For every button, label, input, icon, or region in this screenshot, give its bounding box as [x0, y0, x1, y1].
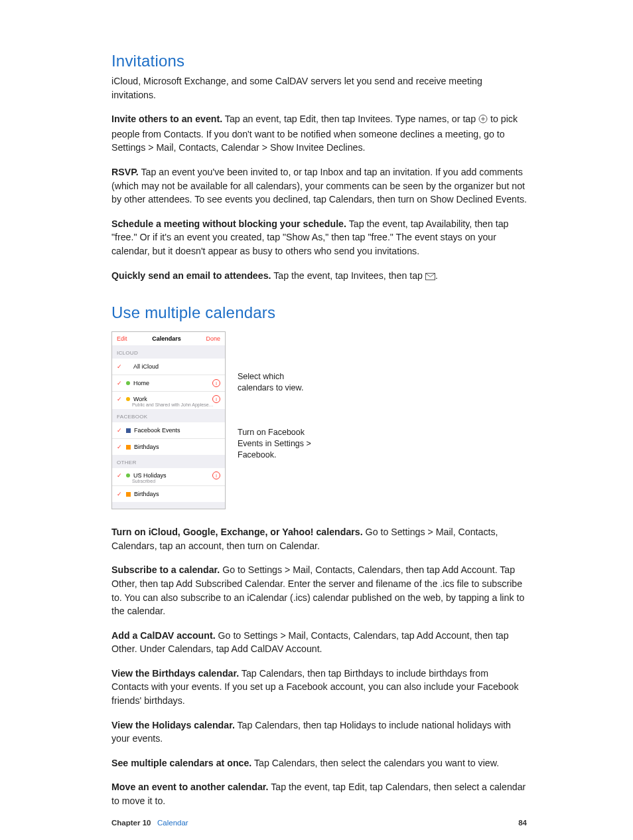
info-icon[interactable]: i [212, 379, 220, 387]
paragraph-multiple: See multiple calendars at once. Tap Cale… [111, 756, 527, 770]
check-icon: ✓ [117, 491, 122, 497]
calendar-row-work[interactable]: ✓ Work i Public and Shared with John App… [112, 391, 225, 409]
bold-rsvp: RSVP. [111, 167, 139, 177]
calendar-label: Home [133, 380, 149, 386]
intro-text: iCloud, Microsoft Exchange, and some Cal… [111, 74, 527, 102]
screen-title: Calendars [152, 335, 181, 342]
bold-birthdays: View the Birthdays calendar. [111, 668, 239, 679]
heading-multiple-calendars: Use multiple calendars [111, 303, 527, 322]
calendar-row-all-icloud[interactable]: ✓ All iCloud [112, 359, 225, 375]
text-multiple: Tap Calendars, then select the calendars… [251, 758, 499, 768]
calendar-label: Birthdays [134, 444, 159, 450]
calendar-subtitle: Public and Shared with John Applese… [132, 402, 220, 407]
group-icloud: ICLOUD [112, 345, 225, 359]
chapter-title: Calendar [157, 819, 188, 827]
check-icon: ✓ [117, 427, 122, 434]
paragraph-move: Move an event to another calendar. Tap t… [111, 780, 527, 807]
color-dot-icon [126, 397, 130, 401]
bold-move: Move an event to another calendar. [111, 782, 269, 792]
screenshot-figure: Edit Calendars Done ICLOUD ✓ All iCloud … [111, 331, 527, 509]
done-button[interactable]: Done [206, 335, 220, 342]
color-dot-icon [126, 473, 130, 477]
page-footer: Chapter 10 Calendar 84 [111, 819, 527, 827]
plus-circle-icon [478, 114, 488, 127]
paragraph-caldav: Add a CalDAV account. Go to Settings > M… [111, 629, 527, 656]
bold-email: Quickly send an email to attendees. [111, 270, 271, 281]
check-icon: ✓ [117, 363, 122, 370]
paragraph-email: Quickly send an email to attendees. Tap … [111, 269, 527, 284]
envelope-icon [425, 270, 435, 284]
edit-button[interactable]: Edit [117, 335, 127, 342]
calendar-label: US Holidays [133, 472, 167, 479]
calendar-row-birthdays[interactable]: ✓ Birthdays [112, 438, 225, 455]
bold-schedule: Schedule a meeting without blocking your… [111, 218, 346, 229]
birthday-icon [126, 445, 131, 450]
calendar-label: Work [133, 396, 147, 402]
calendar-subtitle: Subscribed [132, 479, 220, 483]
paragraph-turn-on: Turn on iCloud, Google, Exchange, or Yah… [111, 525, 527, 552]
paragraph-rsvp: RSVP. Tap an event you've been invited t… [111, 165, 527, 207]
text-invite-pre: Tap an event, tap Edit, then tap Invitee… [222, 114, 478, 124]
paragraph-subscribe: Subscribe to a calendar. Go to Settings … [111, 563, 527, 618]
calendar-row-us-holidays[interactable]: ✓ US Holidays i Subscribed [112, 468, 225, 485]
bold-turn-on: Turn on iCloud, Google, Exchange, or Yah… [111, 527, 363, 537]
bold-subscribe: Subscribe to a calendar. [111, 564, 220, 575]
group-facebook: FACEBOOK [112, 409, 225, 422]
calendar-row-home[interactable]: ✓ Home i [112, 375, 225, 391]
heading-invitations: Invitations [111, 52, 527, 70]
bold-caldav: Add a CalDAV account. [111, 630, 216, 641]
check-icon: ✓ [117, 380, 122, 386]
calendar-label: Facebook Events [134, 427, 180, 434]
calendar-row-fb-events[interactable]: ✓ Facebook Events [112, 422, 225, 438]
text-email-pre: Tap the event, tap Invitees, then tap [271, 270, 425, 281]
paragraph-invite: Invite others to an event. Tap an event,… [111, 112, 527, 155]
chapter-number: Chapter 10 [111, 819, 151, 827]
callout-select-calendars: Select which calendars to view. [235, 371, 311, 394]
phone-screenshot: Edit Calendars Done ICLOUD ✓ All iCloud … [111, 331, 226, 509]
callout-facebook-events: Turn on Facebook Events in Settings > Fa… [235, 427, 311, 461]
group-other: OTHER [112, 455, 225, 468]
paragraph-holidays: View the Holidays calendar. Tap Calendar… [111, 718, 527, 746]
color-dot-icon [126, 381, 130, 385]
text-rsvp: Tap an event you've been invited to, or … [111, 167, 527, 205]
calendar-label: Birthdays [134, 491, 159, 497]
calendar-row-other-birthdays[interactable]: ✓ Birthdays [112, 485, 225, 502]
bold-invite: Invite others to an event. [111, 114, 222, 124]
check-icon: ✓ [117, 396, 122, 402]
text-email-post: . [435, 270, 438, 281]
bold-multiple: See multiple calendars at once. [111, 758, 251, 768]
calendar-label: All iCloud [133, 363, 159, 370]
paragraph-birthdays: View the Birthdays calendar. Tap Calenda… [111, 667, 527, 708]
facebook-icon [126, 428, 131, 433]
check-icon: ✓ [117, 444, 122, 450]
check-icon: ✓ [117, 472, 122, 479]
bold-holidays: View the Holidays calendar. [111, 720, 235, 730]
page-number: 84 [518, 819, 527, 827]
paragraph-schedule: Schedule a meeting without blocking your… [111, 217, 527, 258]
birthday-icon [126, 492, 131, 497]
